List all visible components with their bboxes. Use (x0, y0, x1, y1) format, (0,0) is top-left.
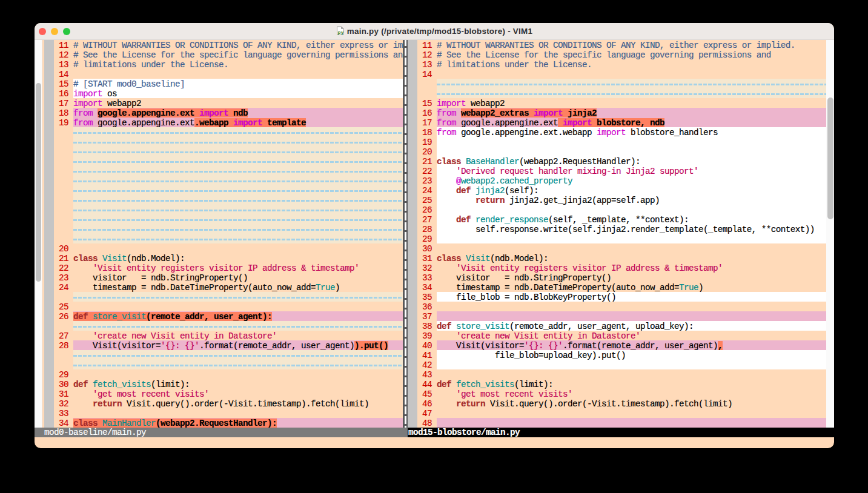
svg-text:py: py (337, 30, 343, 35)
